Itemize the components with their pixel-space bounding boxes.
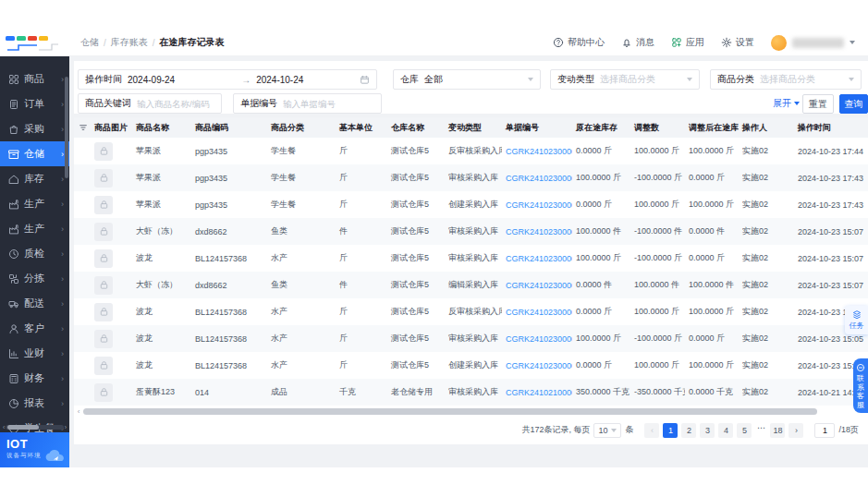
cell-code: pgp3435 — [191, 164, 267, 191]
sidebar-item-purchase[interactable]: 采购› — [0, 116, 69, 141]
reset-button[interactable]: 重置 — [802, 94, 834, 114]
gear-icon — [721, 37, 732, 48]
sidebar-item-production[interactable]: 生产› — [0, 191, 69, 216]
sidebar-item-label: 仓储 — [24, 147, 44, 161]
scroll-right-icon[interactable]: › — [65, 424, 67, 430]
cell-before: 100.0000 斤 — [572, 245, 630, 272]
sidebar-vertical-scrollbar[interactable] — [65, 69, 68, 420]
bell-icon — [621, 37, 632, 48]
cell-time: 2024-10-23 15:07 — [794, 272, 868, 298]
username-redacted — [792, 38, 844, 48]
cell-code: pgp3435 — [191, 191, 267, 218]
cell-time: 2024-10-23 15:07 — [794, 245, 868, 272]
next-page-button[interactable]: › — [789, 423, 803, 438]
messages-button[interactable]: 消息 — [621, 36, 654, 49]
cell-change_type: 创建采购入库 — [445, 352, 502, 379]
sidebar-item-sorting[interactable]: 分拣› — [0, 266, 69, 291]
doc-no-input[interactable] — [283, 99, 374, 109]
sidebar-horizontal-scrollbar[interactable]: ‹ › — [3, 424, 67, 430]
scrollbar-thumb[interactable] — [83, 408, 817, 415]
query-button[interactable]: 查询 — [839, 94, 868, 114]
sidebar-item-label: 分拣 — [24, 272, 44, 285]
page-button-4[interactable]: 4 — [718, 423, 733, 438]
scroll-left-icon[interactable]: ‹ — [74, 407, 83, 416]
page-size-select[interactable]: 10 — [593, 423, 621, 438]
doc-no-link[interactable]: CGRK24102100002 — [506, 388, 572, 397]
category-select[interactable]: 商品分类 选择商品分类 — [710, 69, 862, 90]
apps-button[interactable]: 应用 — [671, 36, 704, 49]
cell-operator: 实施02 — [739, 164, 794, 191]
user-menu[interactable] — [771, 35, 855, 51]
sidebar-item-inventory[interactable]: 库存› — [0, 166, 69, 191]
page-button-2[interactable]: 2 — [681, 423, 696, 438]
cell-name: 苹果派 — [132, 138, 191, 164]
doc-no-link[interactable]: CGRK24102300001 — [506, 254, 572, 263]
contact-service-widget[interactable]: 联系客服 — [853, 358, 868, 413]
cell-warehouse: 测试仓库5 — [387, 245, 445, 272]
chat-icon — [856, 363, 865, 372]
iot-banner[interactable]: IOT 设备与环境 — [0, 432, 69, 467]
page-button-1[interactable]: 1 — [663, 423, 678, 438]
sidebar-item-order[interactable]: 订单› — [0, 91, 69, 116]
sidebar-item-biz-finance[interactable]: 业财› — [0, 341, 69, 366]
sidebar-item-finance[interactable]: 财务› — [0, 366, 69, 391]
sidebar-item-qc[interactable]: 质检› — [0, 241, 69, 266]
doc-no-link[interactable]: CGRK24102300001 — [506, 281, 572, 290]
doc-no-link[interactable]: CGRK24102300002 — [506, 174, 572, 183]
sidebar-item-goods[interactable]: 商品› — [0, 67, 69, 91]
cell-before: 0.0000 斤 — [572, 352, 630, 379]
breadcrumb-warehouse[interactable]: 仓储 — [80, 36, 99, 49]
table-row: 波龙BL124157368水产斤测试仓库5反审核采购入库CGRK24102300… — [74, 298, 868, 325]
logo[interactable] — [0, 30, 69, 55]
sidebar-item-customer[interactable]: 客户› — [0, 316, 69, 341]
table-horizontal-scrollbar[interactable]: ‹ — [74, 407, 868, 416]
doc-no-link[interactable]: CGRK24102300002 — [506, 200, 572, 210]
doc-no-field[interactable]: 单据编号 — [233, 93, 382, 114]
settings-button[interactable]: 设置 — [721, 36, 754, 49]
sidebar-item-delivery[interactable]: 配送› — [0, 291, 69, 316]
sidebar-item-production[interactable]: 生产› — [0, 216, 69, 241]
column-header: 基本单位 — [336, 117, 387, 138]
doc-no-link[interactable]: CGRK24102300001 — [506, 308, 572, 317]
doc-no-link[interactable]: CGRK24102300001 — [506, 361, 572, 370]
app-window: 仓储 / 库存账表 / 在途库存记录表 帮助中心 消息 — [0, 0, 868, 497]
logo-tiles-icon — [6, 36, 66, 41]
cell-name: 波龙 — [132, 298, 191, 325]
change-type-select[interactable]: 变动类型 选择商品分类 — [550, 69, 700, 90]
prev-page-button[interactable]: ‹ — [644, 423, 659, 438]
date-end[interactable]: 2024-10-24 — [256, 75, 303, 85]
help-center-button[interactable]: 帮助中心 — [553, 36, 605, 49]
doc-no-link[interactable]: CGRK24102300001 — [506, 227, 572, 236]
cell-category: 学生餐 — [267, 164, 336, 191]
doc-no-link[interactable]: CGRK24102300002 — [506, 147, 572, 156]
purchase-icon — [8, 124, 19, 135]
sidebar-item-report[interactable]: 报表› — [0, 391, 69, 416]
topbar-actions: 帮助中心 消息 应用 设置 — [553, 35, 868, 51]
cell-operator: 实施02 — [739, 245, 794, 272]
page-button-5[interactable]: 5 — [737, 423, 752, 438]
date-start[interactable]: 2024-09-24 — [128, 75, 175, 85]
cell-name: 大虾（冻） — [132, 218, 191, 245]
table-row: 大虾（冻）dxd8662鱼类件测试仓库5编辑采购入库CGRK2410230000… — [74, 272, 868, 298]
page-button-3[interactable]: 3 — [700, 423, 715, 438]
chevron-down-icon — [611, 429, 617, 432]
page-jump-input[interactable] — [814, 423, 835, 438]
cell-time: 2024-10-23 17:43 — [794, 164, 868, 191]
order-icon — [8, 99, 19, 110]
warehouse-select[interactable]: 仓库 全部 — [393, 69, 541, 90]
keyword-field[interactable]: 商品关键词 — [78, 93, 222, 114]
cell-warehouse: 测试仓库5 — [387, 138, 445, 164]
cell-change_type: 审核采购入库 — [445, 245, 502, 272]
expand-filters-link[interactable]: 展开 — [773, 97, 800, 110]
keyword-input[interactable] — [137, 99, 214, 109]
page-button-18[interactable]: 18 — [770, 423, 785, 438]
column-settings-icon[interactable] — [78, 123, 89, 132]
date-range-picker[interactable]: 操作时间 2024-09-24 → 2024-10-24 — [78, 69, 377, 90]
task-widget[interactable]: 任务 — [845, 306, 868, 334]
page-size-unit: 条 — [625, 424, 633, 436]
cell-after: 0.0000 斤 — [685, 325, 739, 352]
breadcrumb-ledger[interactable]: 库存账表 — [111, 36, 148, 49]
doc-no-link[interactable]: CGRK24102300001 — [506, 334, 572, 344]
sidebar-item-warehouse[interactable]: 仓储› — [0, 141, 69, 166]
scroll-left-icon[interactable]: ‹ — [3, 424, 5, 430]
